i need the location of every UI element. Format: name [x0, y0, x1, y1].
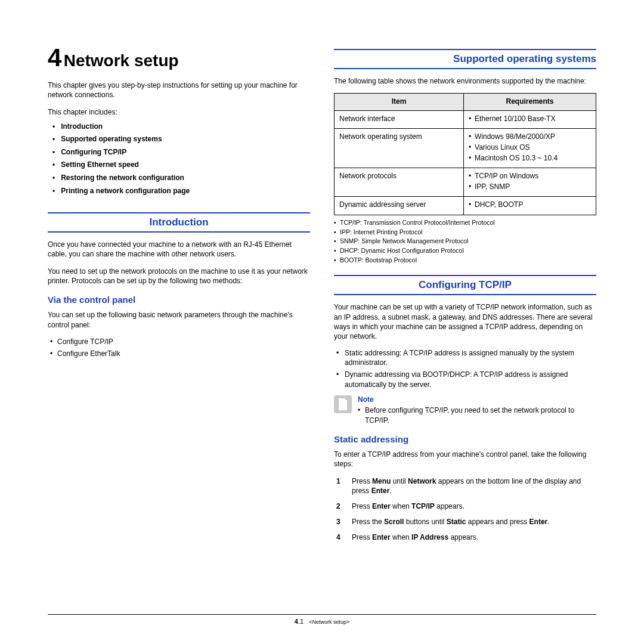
step-number: 1	[336, 476, 343, 496]
static-p1: To enter a TCP/IP address from your mach…	[334, 450, 596, 469]
req-item: Windows 98/Me/2000/XP	[469, 132, 591, 142]
list-item: Configure TCP/IP	[50, 337, 310, 346]
table-cell: Network interface	[335, 110, 464, 129]
toc-list: Introduction Supported operating systems…	[48, 122, 310, 196]
table-cell: TCP/IP on Windows IPP, SNMP	[464, 168, 596, 197]
table-cell: DHCP, BOOTP	[464, 197, 596, 215]
via-cp-p1: You can set up the following basic netwo…	[48, 310, 310, 329]
intro-p1: Once you have connected your machine to …	[48, 240, 310, 259]
chapter-number: 4	[48, 44, 61, 72]
step-text: Press Enter when IP Address appears.	[352, 532, 478, 542]
footnote: SNMP: Simple Network Management Protocol	[334, 237, 596, 246]
step-text: Press Menu until Network appears on the …	[352, 476, 596, 496]
intro-paragraph: This chapter gives you step-by-step inst…	[48, 80, 310, 100]
static-addressing-heading: Static addressing	[334, 434, 596, 445]
note-text: Before configuring TCP/IP, you need to s…	[358, 405, 596, 425]
chapter-name: Network setup	[64, 51, 179, 70]
step-number: 3	[336, 517, 343, 527]
chapter-title: 4 Network setup	[48, 42, 310, 75]
footnote: IPP: Internet Printing Protocol	[334, 228, 596, 237]
static-steps: 1Press Menu until Network appears on the…	[336, 476, 596, 543]
table-row: Network protocols TCP/IP on Windows IPP,…	[335, 168, 596, 197]
table-row: Network interface Ethernet 10/100 Base-T…	[335, 110, 596, 129]
toc-item[interactable]: Configuring TCP/IP	[52, 148, 310, 157]
footer-page: .1	[298, 618, 304, 625]
section-configuring-tcpip-heading: Configuring TCP/IP	[334, 275, 596, 295]
table-cell: Network protocols	[335, 168, 464, 197]
section-supported-os-heading: Supported operating systems	[334, 49, 596, 69]
table-row: Dynamic addressing server DHCP, BOOTP	[335, 197, 596, 215]
note-box: Note Before configuring TCP/IP, you need…	[334, 395, 596, 425]
note-icon	[334, 395, 352, 413]
step-text: Press the Scroll buttons until Static ap…	[352, 517, 550, 527]
tcpip-p1: Your machine can be set up with a variet…	[334, 302, 596, 341]
step-number: 4	[336, 532, 343, 542]
toc-item[interactable]: Restoring the network configuration	[52, 174, 310, 183]
table-cell: Ethernet 10/100 Base-TX	[464, 110, 596, 129]
step-text: Press Enter when TCP/IP appears.	[352, 501, 465, 511]
list-item: Configure EtherTalk	[50, 349, 310, 358]
req-item: Ethernet 10/100 Base-TX	[469, 114, 591, 124]
req-item: Macintosh OS 10.3 ~ 10.4	[469, 154, 591, 163]
requirements-table: Item Requirements Network interface Ethe…	[334, 93, 596, 215]
table-cell: Windows 98/Me/2000/XP Various Linux OS M…	[464, 129, 596, 168]
section-introduction-heading: Introduction	[48, 212, 310, 233]
step-item: 3Press the Scroll buttons until Static a…	[336, 517, 596, 527]
toc-item[interactable]: Supported operating systems	[52, 135, 310, 144]
req-item: TCP/IP on Windows	[469, 172, 591, 181]
footnote: TCP/IP: Transmission Control Protocol/In…	[334, 219, 596, 227]
step-item: 2Press Enter when TCP/IP appears.	[336, 501, 596, 511]
toc-item[interactable]: Introduction	[52, 122, 310, 132]
intro-p2: You need to set up the network protocols…	[48, 267, 310, 286]
tcpip-list: Static addressing: A TCP/IP address is a…	[336, 348, 596, 389]
req-item: IPP, SNMP	[469, 182, 591, 192]
list-item: Dynamic addressing via BOOTP/DHCP: A TCP…	[336, 370, 596, 389]
req-item: DHCP, BOOTP	[469, 200, 591, 210]
req-item: Various Linux OS	[469, 143, 591, 153]
step-item: 1Press Menu until Network appears on the…	[336, 476, 596, 496]
page-footer: 4.1 <Network setup>	[48, 614, 596, 626]
protocol-footnotes: TCP/IP: Transmission Control Protocol/In…	[334, 219, 596, 264]
toc-item[interactable]: Setting Ethernet speed	[52, 160, 310, 170]
table-header-item: Item	[335, 94, 464, 111]
step-number: 2	[336, 501, 343, 511]
footer-crumb: <Network setup>	[309, 619, 349, 625]
footnote: DHCP: Dynamic Host Configuration Protoco…	[334, 247, 596, 255]
step-item: 4Press Enter when IP Address appears.	[336, 532, 596, 542]
supported-p1: The following table shows the network en…	[334, 76, 596, 86]
footnote: BOOTP: Bootstrap Protocol	[334, 256, 596, 265]
toc-item[interactable]: Printing a network configuration page	[52, 187, 310, 196]
table-cell: Dynamic addressing server	[335, 197, 464, 215]
table-header-requirements: Requirements	[464, 94, 596, 111]
via-control-panel-heading: Via the control panel	[48, 294, 310, 306]
table-row: Network operating system Windows 98/Me/2…	[335, 129, 596, 168]
via-cp-list: Configure TCP/IP Configure EtherTalk	[50, 337, 310, 358]
note-title: Note	[358, 395, 596, 405]
toc-intro: This chapter includes:	[48, 108, 310, 117]
table-cell: Network operating system	[335, 129, 464, 168]
list-item: Static addressing: A TCP/IP address is a…	[336, 348, 596, 367]
